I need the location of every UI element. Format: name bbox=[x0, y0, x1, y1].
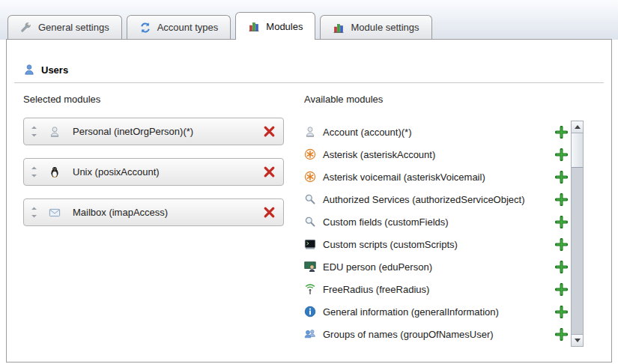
arrow-down-icon bbox=[575, 339, 581, 342]
tab-modules[interactable]: Modules bbox=[235, 12, 315, 40]
add-module-button[interactable] bbox=[555, 171, 568, 183]
available-module-label: Groups of names (groupOfNamesUser) bbox=[323, 329, 548, 340]
available-module-asterisk-voicemail: Asterisk voicemail (asteriskVoicemail) bbox=[304, 166, 568, 188]
scrollbar-thumb[interactable] bbox=[572, 133, 583, 168]
tab-label: Modules bbox=[266, 21, 303, 32]
heading-divider bbox=[14, 82, 604, 83]
delete-module-button[interactable] bbox=[263, 125, 276, 138]
section-title: Users bbox=[41, 64, 68, 76]
delete-module-button[interactable] bbox=[263, 206, 276, 219]
add-module-button[interactable] bbox=[555, 238, 568, 251]
available-module-general-information: General information (generalInformation) bbox=[304, 300, 568, 323]
scroll-up-button[interactable] bbox=[572, 121, 583, 133]
available-module-label: Account (account)(*) bbox=[323, 127, 548, 138]
available-module-label: Asterisk voicemail (asteriskVoicemail) bbox=[323, 172, 548, 183]
tab-account-types[interactable]: Account types bbox=[127, 15, 231, 39]
asterisk-icon bbox=[304, 171, 316, 183]
drag-handle-icon[interactable] bbox=[31, 207, 37, 218]
add-module-button[interactable] bbox=[555, 283, 568, 296]
selected-module-unix[interactable]: Unix (posixAccount) bbox=[23, 158, 284, 186]
available-module-custom-fields: Custom fields (customFields) bbox=[304, 210, 568, 233]
available-module-account: Account (account)(*) bbox=[304, 121, 568, 143]
selected-module-personal[interactable]: Personal (inetOrgPerson)(*) bbox=[23, 118, 284, 145]
add-module-button[interactable] bbox=[555, 193, 568, 206]
penguin-icon bbox=[49, 166, 61, 178]
available-module-edu-person: EDU person (eduPerson) bbox=[304, 255, 568, 278]
available-module-label: FreeRadius (freeRadius) bbox=[323, 284, 548, 295]
available-module-label: EDU person (eduPerson) bbox=[323, 261, 548, 273]
tab-label: Module settings bbox=[351, 22, 419, 33]
available-module-authorized-services: Authorized Services (authorizedServiceOb… bbox=[304, 188, 568, 210]
available-module-label: Custom scripts (customScripts) bbox=[323, 239, 548, 250]
arrow-up-icon bbox=[575, 125, 581, 129]
add-module-button[interactable] bbox=[555, 306, 568, 318]
tab-module-settings[interactable]: Module settings bbox=[320, 15, 431, 39]
bar-chart-icon bbox=[333, 22, 345, 34]
add-module-button[interactable] bbox=[555, 148, 568, 161]
selected-modules-list: Personal (inetOrgPerson)(*) Unix (posixA… bbox=[23, 118, 284, 239]
drag-handle-icon[interactable] bbox=[31, 126, 37, 137]
magnifier-icon bbox=[304, 216, 316, 228]
bar-chart-icon bbox=[248, 20, 260, 32]
tab-label: General settings bbox=[38, 22, 109, 33]
tab-bar: General settings Account types Modules M… bbox=[7, 12, 437, 40]
selected-module-label: Mailbox (imapAccess) bbox=[73, 207, 263, 218]
available-module-custom-scripts: Custom scripts (customScripts) bbox=[304, 233, 568, 255]
available-modules-heading: Available modules bbox=[304, 94, 383, 105]
wrench-icon bbox=[20, 22, 32, 34]
available-module-label: Asterisk (asteriskAccount) bbox=[323, 149, 548, 160]
edu-person-icon bbox=[304, 261, 316, 273]
selected-module-label: Unix (posixAccount) bbox=[73, 166, 263, 178]
available-modules-list: Account (account)(*) Asterisk (asteriskA… bbox=[304, 121, 568, 345]
terminal-icon bbox=[304, 238, 316, 250]
available-module-label: General information (generalInformation) bbox=[323, 306, 548, 318]
tab-general-settings[interactable]: General settings bbox=[7, 15, 122, 39]
selected-modules-heading: Selected modules bbox=[23, 94, 100, 105]
add-module-button[interactable] bbox=[555, 126, 568, 139]
envelope-icon bbox=[49, 207, 61, 219]
drag-handle-icon[interactable] bbox=[31, 166, 37, 178]
sync-arrows-icon bbox=[139, 22, 151, 34]
add-module-button[interactable] bbox=[555, 216, 568, 228]
info-icon bbox=[304, 306, 316, 318]
section-heading-users: Users bbox=[23, 64, 68, 76]
available-module-groups-of-names: Groups of names (groupOfNamesUser) bbox=[304, 323, 568, 345]
selected-module-label: Personal (inetOrgPerson)(*) bbox=[73, 126, 263, 137]
asterisk-icon bbox=[304, 148, 316, 160]
modules-panel: Users Selected modules Available modules… bbox=[6, 39, 612, 363]
scroll-down-button[interactable] bbox=[572, 334, 583, 346]
tab-label: Account types bbox=[157, 22, 219, 33]
available-module-label: Authorized Services (authorizedServiceOb… bbox=[323, 194, 548, 205]
available-module-label: Custom fields (customFields) bbox=[323, 216, 548, 228]
available-module-freeradius: FreeRadius (freeRadius) bbox=[304, 278, 568, 300]
selected-module-mailbox[interactable]: Mailbox (imapAccess) bbox=[23, 198, 284, 226]
magnifier-icon bbox=[304, 193, 316, 205]
lam-configuration-page: General settings Account types Modules M… bbox=[0, 0, 618, 364]
add-module-button[interactable] bbox=[555, 328, 568, 341]
available-module-asterisk: Asterisk (asteriskAccount) bbox=[304, 143, 568, 166]
bust-icon bbox=[49, 126, 61, 138]
antenna-icon bbox=[304, 283, 316, 295]
add-module-button[interactable] bbox=[555, 261, 568, 273]
group-icon bbox=[304, 328, 316, 340]
user-icon bbox=[23, 64, 35, 76]
bust-icon bbox=[304, 126, 316, 138]
available-modules-scrollbar[interactable] bbox=[571, 121, 584, 347]
delete-module-button[interactable] bbox=[263, 166, 276, 178]
